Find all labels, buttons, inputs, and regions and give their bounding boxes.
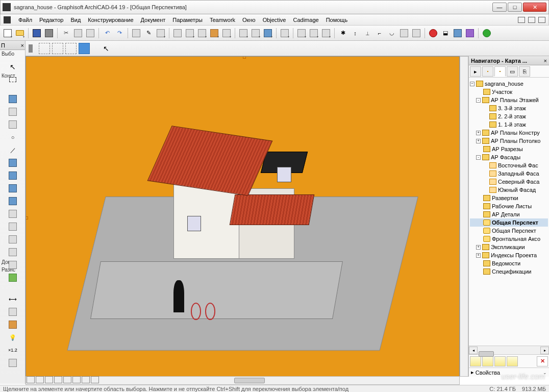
tree-root[interactable]: − sagrana_house [470, 80, 548, 88]
tool-mesh[interactable] [7, 272, 19, 283]
resize-handle-right[interactable] [26, 216, 28, 219]
nav-next-icon[interactable] [82, 376, 90, 383]
menu-window[interactable]: Окно [239, 16, 259, 24]
tool-window[interactable] [7, 119, 19, 130]
pin-icon[interactable] [29, 44, 33, 53]
app-menu-icon[interactable] [4, 16, 11, 23]
mdi-minimize-button[interactable] [518, 17, 525, 23]
marker-button[interactable] [155, 28, 166, 39]
tool-morph[interactable] [7, 234, 19, 245]
navigator-hscroll[interactable]: ◂ ▸ [469, 346, 549, 354]
tool-curtain[interactable] [7, 221, 19, 232]
view-button[interactable] [262, 28, 273, 39]
menu-construction[interactable]: Конструирование [84, 16, 137, 24]
tree-item[interactable]: Восточный Фас [470, 161, 548, 169]
save-button[interactable] [31, 28, 42, 39]
tree-item[interactable]: Спецификации [470, 267, 548, 276]
tool-zone[interactable] [7, 259, 19, 271]
menu-view[interactable]: Вид [67, 16, 84, 24]
undo-button[interactable]: ↶ [102, 28, 113, 39]
tree-item[interactable]: Общая Перспект [470, 227, 548, 235]
grid-button[interactable] [279, 28, 290, 39]
tool-skylight[interactable] [7, 208, 19, 219]
resize-handle-bottom[interactable] [243, 56, 246, 59]
expand-icon[interactable]: − [470, 82, 475, 86]
extra2-button[interactable]: ⬓ [440, 28, 451, 39]
tree-item[interactable]: Общая Перспект [470, 218, 548, 227]
nav-tab-view[interactable] [482, 66, 493, 77]
expand-icon[interactable]: - [476, 155, 481, 160]
redo-button[interactable]: ↷ [114, 28, 125, 39]
highlighter-button[interactable]: ✎ [143, 28, 154, 39]
nav-orbit-icon[interactable] [27, 376, 35, 383]
tree-item[interactable]: Фронтальная Аксо [470, 235, 548, 243]
tool-beam[interactable]: ／ [7, 144, 19, 156]
scroll-left-icon[interactable]: ◂ [469, 347, 478, 354]
tool-object[interactable] [7, 247, 19, 258]
tool-marquee[interactable] [7, 74, 19, 85]
navigator-properties[interactable]: ▸ Свойства ⌄ [469, 368, 549, 377]
tool-camera[interactable] [7, 357, 19, 369]
snap5-button[interactable] [221, 28, 232, 39]
tool-door[interactable] [7, 106, 19, 117]
nav-tab-map[interactable] [494, 66, 506, 77]
align7-button[interactable] [411, 28, 422, 39]
align5-button[interactable]: ◡ [386, 28, 397, 39]
sub-arrow[interactable]: ↖ [100, 43, 112, 54]
extra3-button[interactable] [452, 28, 463, 39]
align2-button[interactable]: ↕ [350, 28, 361, 39]
tree-item[interactable]: 3. 3-й этаж [470, 104, 548, 112]
nav-tab-layout[interactable]: ▭ [507, 66, 518, 77]
new-button[interactable] [2, 28, 13, 39]
nav-btn-3[interactable] [494, 356, 506, 366]
mode-single[interactable] [39, 43, 50, 54]
nav-prev-icon[interactable] [72, 376, 81, 383]
tree-item[interactable]: -АР Планы Этажей [470, 96, 548, 104]
expand-icon[interactable]: + [476, 139, 481, 143]
extra4-button[interactable] [464, 28, 476, 39]
tool-wall[interactable] [7, 93, 19, 105]
expand-icon[interactable]: + [476, 245, 481, 250]
cut-button[interactable]: ✂ [60, 28, 71, 39]
tool-shell[interactable] [7, 195, 19, 207]
tree-item[interactable]: Северный Фаса [470, 178, 548, 186]
tool-text[interactable]: ×1.2 [7, 345, 19, 356]
expand-icon[interactable]: + [476, 253, 481, 258]
tree-item[interactable]: АР Детали [470, 210, 548, 218]
tree-item[interactable]: +Индексы Проекта [470, 251, 548, 259]
navigator-tree[interactable]: − sagrana_house Участок-АР Планы Этажей3… [469, 78, 549, 346]
go-button[interactable] [481, 28, 492, 39]
align4-button[interactable]: ⌐ [374, 28, 385, 39]
scroll-right-icon[interactable]: ▸ [540, 347, 549, 354]
mode-chain[interactable] [52, 43, 63, 54]
measure-button[interactable] [296, 28, 307, 39]
nav-pan-icon[interactable] [36, 376, 44, 383]
menu-teamwork[interactable]: Teamwork [206, 16, 239, 24]
maximize-button[interactable]: □ [508, 3, 522, 12]
tree-item[interactable]: 1. 1-й этаж [470, 120, 548, 129]
tool-stair[interactable] [7, 170, 19, 181]
3d-viewport[interactable] [26, 56, 460, 377]
mdi-restore-button[interactable] [528, 17, 535, 23]
minimize-button[interactable]: — [492, 3, 507, 12]
pick-button[interactable] [131, 28, 142, 39]
snap2-button[interactable] [184, 28, 195, 39]
tree-item[interactable]: 2. 2-й этаж [470, 112, 548, 120]
navigator-close-icon[interactable]: × [544, 58, 547, 64]
nav-tab-publisher[interactable]: ⎘ [519, 66, 530, 77]
zoom-button[interactable] [250, 28, 261, 39]
tool-roof[interactable] [7, 183, 19, 194]
menu-help[interactable]: Помощь [322, 16, 352, 24]
dim-button[interactable] [320, 28, 332, 39]
menu-cadimage[interactable]: Cadimage [289, 16, 322, 24]
align1-button[interactable]: ✱ [337, 28, 348, 39]
tool-dim[interactable]: ⟷ [7, 293, 19, 305]
tool-arrow[interactable]: ↖ [7, 61, 19, 72]
snap4-button[interactable] [209, 28, 220, 39]
open-button[interactable] [14, 28, 26, 39]
extra1-button[interactable] [428, 28, 439, 39]
tree-item[interactable]: АР Разрезы [470, 145, 548, 153]
expand-icon[interactable]: - [476, 98, 481, 103]
menu-editor[interactable]: Редактор [36, 16, 67, 24]
copy-button[interactable] [72, 28, 84, 39]
